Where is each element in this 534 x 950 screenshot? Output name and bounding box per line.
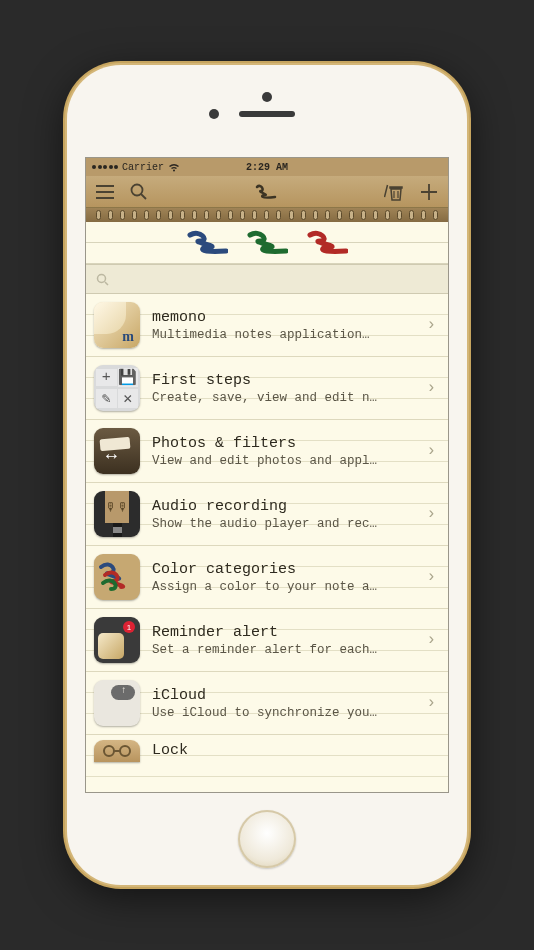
speaker xyxy=(239,111,295,117)
menu-icon[interactable] xyxy=(96,185,114,199)
list-item[interactable]: Photos & filtersView and edit photos and… xyxy=(86,420,448,483)
note-thumbnail xyxy=(94,680,140,726)
signal-dots-icon xyxy=(92,165,118,169)
note-title: Photos & filters xyxy=(152,435,422,452)
note-thumbnail xyxy=(94,554,140,600)
clock: 2:29 AM xyxy=(246,162,288,173)
note-title: Color categories xyxy=(152,561,422,578)
sensor xyxy=(262,92,272,102)
search-icon[interactable] xyxy=(130,183,147,200)
search-small-icon xyxy=(96,273,109,286)
note-title: Audio recording xyxy=(152,498,422,515)
scribble-green xyxy=(246,229,288,257)
front-camera xyxy=(209,109,219,119)
scribble-blue xyxy=(186,229,228,257)
list-item[interactable]: +💾✎✕First stepsCreate, save, view and ed… xyxy=(86,357,448,420)
scribble-red xyxy=(306,229,348,257)
list-item[interactable]: iCloudUse iCloud to synchronize you…› xyxy=(86,672,448,735)
note-subtitle: Set a reminder alert for each… xyxy=(152,643,422,657)
note-text: Color categoriesAssign a color to your n… xyxy=(152,561,422,594)
list-item[interactable]: Lock xyxy=(86,735,448,763)
list-item[interactable]: memonoMultimedia notes application…› xyxy=(86,294,448,357)
note-title: Lock xyxy=(152,742,440,759)
list-item[interactable]: 🎙🎙Audio recordingShow the audio player a… xyxy=(86,483,448,546)
note-thumbnail: +💾✎✕ xyxy=(94,365,140,411)
chevron-right-icon: › xyxy=(422,316,440,334)
note-thumbnail xyxy=(94,740,140,762)
note-subtitle: Multimedia notes application… xyxy=(152,328,422,342)
status-bar: Carrier 2:29 AM xyxy=(86,158,448,176)
chevron-right-icon: › xyxy=(422,568,440,586)
svg-point-0 xyxy=(132,185,143,196)
note-text: iCloudUse iCloud to synchronize you… xyxy=(152,687,422,720)
note-subtitle: Show the audio player and rec… xyxy=(152,517,422,531)
list-item[interactable]: Color categoriesAssign a color to your n… xyxy=(86,546,448,609)
svg-point-2 xyxy=(104,746,114,756)
chevron-right-icon: › xyxy=(422,694,440,712)
note-title: First steps xyxy=(152,372,422,389)
chevron-right-icon: › xyxy=(422,442,440,460)
toolbar xyxy=(86,176,448,208)
list-item[interactable]: Reminder alertSet a reminder alert for e… xyxy=(86,609,448,672)
add-icon[interactable] xyxy=(420,183,438,201)
chevron-right-icon: › xyxy=(422,631,440,649)
note-thumbnail: 🎙🎙 xyxy=(94,491,140,537)
notes-list[interactable]: memonoMultimedia notes application…›+💾✎✕… xyxy=(86,294,448,792)
chevron-right-icon: › xyxy=(422,505,440,523)
note-text: Lock xyxy=(152,742,440,761)
note-title: memono xyxy=(152,309,422,326)
note-text: Reminder alertSet a reminder alert for e… xyxy=(152,624,422,657)
svg-point-3 xyxy=(120,746,130,756)
search-field[interactable] xyxy=(86,264,448,294)
note-title: iCloud xyxy=(152,687,422,704)
note-title: Reminder alert xyxy=(152,624,422,641)
note-text: memonoMultimedia notes application… xyxy=(152,309,422,342)
svg-point-1 xyxy=(98,274,106,282)
wifi-icon xyxy=(168,163,180,172)
note-subtitle: Assign a color to your note a… xyxy=(152,580,422,594)
note-thumbnail xyxy=(94,428,140,474)
note-subtitle: Use iCloud to synchronize you… xyxy=(152,706,422,720)
note-text: Photos & filtersView and edit photos and… xyxy=(152,435,422,468)
home-button[interactable] xyxy=(238,810,296,868)
chevron-right-icon: › xyxy=(422,379,440,397)
spiral-binding xyxy=(86,208,448,222)
note-subtitle: View and edit photos and appl… xyxy=(152,454,422,468)
screen: Carrier 2:29 AM xyxy=(85,157,449,793)
scribble-icon[interactable] xyxy=(255,183,277,201)
note-text: First stepsCreate, save, view and edit n… xyxy=(152,372,422,405)
note-subtitle: Create, save, view and edit n… xyxy=(152,391,422,405)
note-text: Audio recordingShow the audio player and… xyxy=(152,498,422,531)
trash-icon[interactable] xyxy=(384,183,404,201)
note-thumbnail xyxy=(94,617,140,663)
carrier-label: Carrier xyxy=(122,162,164,173)
color-scribble-row xyxy=(86,222,448,264)
phone-frame: Carrier 2:29 AM xyxy=(67,65,467,885)
note-thumbnail xyxy=(94,302,140,348)
